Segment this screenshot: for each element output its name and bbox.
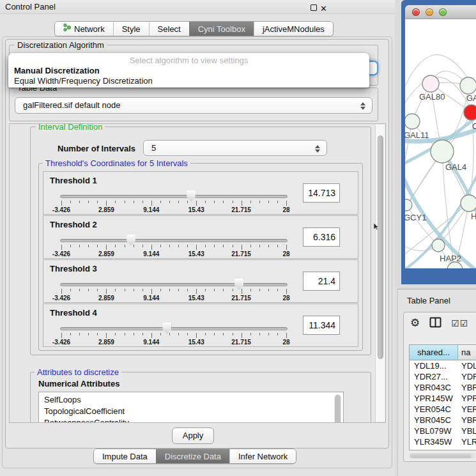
tab-jactivemnodules[interactable]: jActiveMNodules [254, 22, 333, 36]
table-row[interactable]: YBR045CYBR0 [410, 415, 476, 426]
threshold-value-field[interactable]: 14.713 [303, 183, 340, 203]
list-item[interactable]: TopologicalCoefficient [44, 406, 343, 417]
network-graph: GAL80GACGAL11GAL4GCY1HHAP2 [405, 19, 476, 268]
dropdown-item-equal-width-frequency[interactable]: Equal Width/Frequency Discretization [14, 76, 153, 86]
threshold-value-field[interactable]: 6.316 [303, 227, 340, 247]
network-node[interactable] [432, 239, 445, 252]
slider-thumb[interactable] [127, 234, 135, 246]
slider-tick-label: 28 [282, 206, 289, 213]
threshold-slider[interactable]: -3.4262.8599.14415.4321.71528 [43, 260, 299, 303]
slider-tick-label: 21.715 [231, 295, 251, 302]
control-panel-tabs: Network Style Select Cyni Toolbox jActiv… [54, 21, 334, 36]
slider-tick [160, 289, 161, 291]
threshold-row: Threshold 1-3.4262.8599.14415.4321.71528… [43, 171, 358, 215]
cell-shared-name: YPR145W [410, 393, 458, 404]
column-header-shared-name[interactable]: shared... [410, 345, 458, 360]
select-columns-icon[interactable]: ☑☑ [451, 318, 468, 328]
network-window-titlebar[interactable] [405, 5, 476, 19]
float-window-icon[interactable] [311, 4, 317, 11]
table-row[interactable]: YDR27...YDR2 [410, 371, 476, 382]
tab-infer-network[interactable]: Infer Network [229, 449, 296, 463]
table-row[interactable]: YDL19...YDL1 [410, 360, 476, 371]
table-row[interactable]: YBR043CYBR0 [410, 382, 476, 393]
node-label: GA [466, 93, 476, 103]
tab-select[interactable]: Select [149, 22, 189, 36]
slider-tick [242, 333, 242, 338]
scrollbar-thumb[interactable] [378, 135, 383, 359]
network-node[interactable] [464, 105, 476, 120]
slider-tick [196, 245, 197, 250]
network-node[interactable] [405, 199, 412, 211]
table-row[interactable]: YIL052CYIL0 [410, 447, 476, 450]
table-card: ⚙ ☑☑ shared... na YDL19...YDL1YDR27...YD… [403, 312, 476, 462]
slider-track[interactable] [60, 195, 288, 198]
slider-thumb[interactable] [234, 279, 243, 290]
slider-tick [142, 333, 143, 335]
tab-discretize-data[interactable]: Discretize Data [156, 449, 229, 463]
slider-tick [277, 333, 278, 335]
table-row[interactable]: YPR145WYPR1 [410, 393, 476, 404]
slider-tick-label: -3.426 [52, 206, 70, 213]
threshold-value-field[interactable]: 21.4 [303, 272, 340, 291]
slider-thumb[interactable] [162, 323, 171, 334]
slider-tick [242, 201, 242, 206]
list-scrollbar[interactable] [334, 394, 341, 423]
gear-icon[interactable]: ⚙ [410, 316, 420, 330]
close-traffic-light-icon[interactable] [412, 8, 420, 16]
slider-track[interactable] [60, 283, 288, 286]
control-panel: Control Panel ✕ Network Style [0, 0, 395, 476]
zoom-traffic-light-icon[interactable] [439, 8, 447, 16]
combo-value: galFiltered.sif default node [23, 100, 120, 110]
threshold-slider[interactable]: -3.4262.8599.14415.4321.71528 [43, 304, 299, 348]
horizontal-scrollbar[interactable] [409, 453, 475, 459]
slider-tick [178, 245, 179, 247]
tab-label: Impute Data [102, 449, 148, 464]
slider-tick-label: 21.715 [231, 206, 251, 213]
scrollbar-thumb[interactable] [410, 454, 471, 458]
tab-cyni-toolbox[interactable]: Cyni Toolbox [189, 22, 254, 36]
threshold-slider[interactable]: -3.4262.8599.14415.4321.71528 [43, 216, 299, 259]
slider-tick [250, 201, 251, 203]
close-icon[interactable]: ✕ [320, 2, 327, 15]
table-row[interactable]: YER054CYER0 [410, 404, 476, 415]
split-panel-icon[interactable] [429, 317, 441, 330]
network-node[interactable] [461, 195, 476, 211]
threshold-value-field[interactable]: 11.344 [303, 316, 340, 335]
tab-style[interactable]: Style [113, 22, 149, 36]
slider-track[interactable] [60, 327, 288, 330]
slider-tick [286, 201, 287, 206]
scrollbar-thumb[interactable] [335, 395, 341, 423]
vertical-scrollbar[interactable] [375, 125, 385, 422]
apply-button[interactable]: Apply [172, 427, 214, 444]
slider-tick-label: 15.43 [188, 339, 204, 346]
slider-track[interactable] [60, 239, 288, 242]
network-node[interactable] [422, 75, 439, 92]
slider-tick [169, 245, 170, 247]
dropdown-item-manual-discretization[interactable]: Manual Discretization [14, 66, 100, 75]
cell-name: YDL1 [458, 360, 476, 371]
slider-tick [169, 289, 170, 291]
network-view-canvas[interactable]: GAL80GACGAL11GAL4GCY1HHAP2 [405, 19, 476, 268]
network-node[interactable] [431, 140, 454, 163]
spinner-arrows-icon [360, 102, 365, 110]
table-row[interactable]: YBL079WYBL0 [410, 426, 476, 436]
slider-tick [286, 245, 287, 250]
cell-shared-name: YBL079W [410, 426, 458, 436]
node-table[interactable]: shared... na YDL19...YDL1YDR27...YDR2YBR… [409, 344, 476, 450]
minimize-traffic-light-icon[interactable] [426, 8, 433, 16]
tab-impute-data[interactable]: Impute Data [94, 449, 156, 463]
node-label: GAL4 [445, 162, 466, 172]
slider-thumb[interactable] [187, 190, 196, 202]
network-node[interactable] [460, 77, 476, 94]
list-item[interactable]: SelfLoops [44, 394, 343, 406]
number-of-intervals-combo[interactable]: 5 [143, 140, 327, 156]
tab-network[interactable]: Network [55, 22, 113, 36]
network-node[interactable] [405, 114, 420, 129]
numerical-attributes-list[interactable]: SelfLoopsTopologicalCoefficientBetweenne… [38, 392, 344, 423]
slider-tick-label: 21.715 [231, 339, 251, 346]
table-row[interactable]: YLR345WYLR3 [410, 436, 476, 447]
table-data-combo[interactable]: galFiltered.sif default node [15, 97, 372, 114]
column-header-name[interactable]: na [458, 345, 476, 360]
threshold-slider[interactable]: -3.4262.8599.14415.4321.71528 [43, 172, 299, 215]
list-item[interactable]: BetweennessCentrality [44, 417, 343, 423]
